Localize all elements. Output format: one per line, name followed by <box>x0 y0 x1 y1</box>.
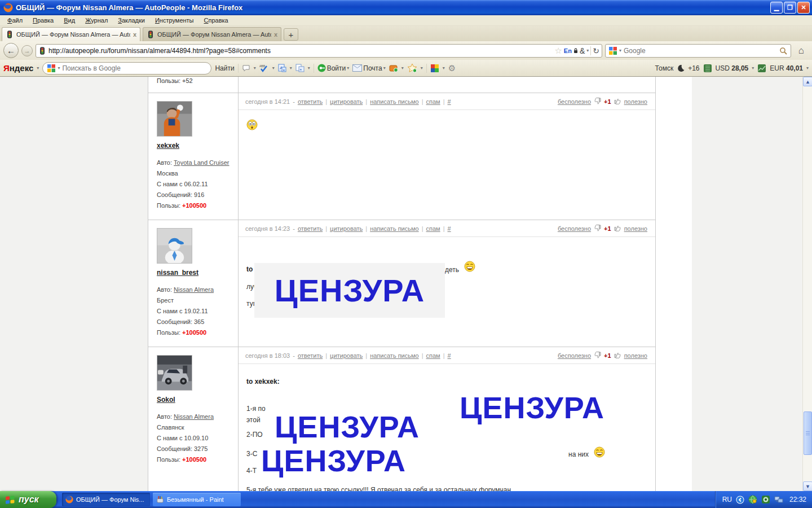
chevron-down-icon[interactable]: ▾ <box>806 65 809 71</box>
menu-edit[interactable]: Правка <box>28 16 59 25</box>
write-letter-link[interactable]: написать письмо <box>370 98 419 105</box>
minimize-button[interactable]: ▁ <box>770 2 783 14</box>
menu-tools[interactable]: Инструменты <box>150 16 199 25</box>
new-tab-button[interactable]: + <box>284 28 298 41</box>
reply-link[interactable]: ответить <box>298 225 323 232</box>
menu-bookmarks[interactable]: Закладки <box>113 16 150 25</box>
favorites-star-icon[interactable] <box>407 63 417 73</box>
avatar[interactable] <box>157 101 192 137</box>
tray-network-icon[interactable] <box>774 496 784 504</box>
thumb-down-icon[interactable] <box>594 225 601 232</box>
car-link[interactable]: Nissan Almera <box>174 413 214 420</box>
thumb-up-icon[interactable] <box>614 98 621 105</box>
username-link[interactable]: Sokol <box>157 396 175 404</box>
chevron-down-icon[interactable]: ▾ <box>421 65 423 71</box>
toolbar-search-input[interactable] <box>62 64 206 72</box>
task-paint[interactable]: Безымянный - Paint <box>153 493 241 506</box>
start-button[interactable]: пуск <box>0 491 56 508</box>
menu-help[interactable]: Справка <box>199 16 233 25</box>
spellcheck-icon[interactable]: ABB <box>259 64 269 73</box>
bookmark-star-icon[interactable]: ☆ <box>554 46 562 56</box>
web-search-box[interactable]: ▾ <box>605 44 791 58</box>
find-button[interactable]: Найти <box>215 64 234 72</box>
chevron-down-icon[interactable]: ▾ <box>443 65 445 71</box>
useful-link[interactable]: полезно <box>624 98 647 105</box>
palette-cube-icon[interactable] <box>430 64 439 73</box>
write-letter-link[interactable]: написать письмо <box>370 225 419 232</box>
collapse-chevron-icon[interactable] <box>736 496 744 504</box>
translate-icon[interactable]: Aя <box>278 64 286 72</box>
scroll-up-arrow[interactable]: ▲ <box>803 77 812 86</box>
task-firefox[interactable]: ОБЩИЙ — Форум Nis... <box>62 493 150 506</box>
menu-view[interactable]: Вид <box>59 16 80 25</box>
useful-link[interactable]: полезно <box>624 225 647 232</box>
tab-1[interactable]: ОБЩИЙ — Форум Nissan Almera — Auto... x <box>2 27 140 41</box>
car-link[interactable]: Nissan Almera <box>174 286 214 293</box>
tab-close-icon[interactable]: x <box>133 31 136 38</box>
login-button[interactable]: Войти▾ <box>317 64 350 72</box>
forward-button[interactable]: → <box>21 45 33 56</box>
useless-link[interactable]: бесполезно <box>558 352 591 359</box>
car-link[interactable]: Toyota Land Cruiser <box>174 159 229 166</box>
reload-icon[interactable]: ↻ <box>593 46 599 55</box>
quote-link[interactable]: цитировать <box>330 352 363 359</box>
accessibility-icon[interactable]: & <box>580 46 585 55</box>
chevron-down-icon[interactable]: ▾ <box>586 48 589 53</box>
thumb-up-icon[interactable] <box>614 225 621 232</box>
mail-button[interactable]: Почта▾ <box>352 64 385 72</box>
username-link[interactable]: xekxek <box>157 142 179 150</box>
language-indicator[interactable]: RU <box>722 496 732 503</box>
weather-city[interactable]: Томск <box>655 64 674 72</box>
thumb-down-icon[interactable] <box>594 98 601 105</box>
scrollbar-thumb[interactable] <box>804 411 812 455</box>
chevron-down-icon[interactable]: ▾ <box>58 65 60 71</box>
spam-link[interactable]: спам <box>426 98 440 105</box>
scroll-down-arrow[interactable]: ▼ <box>803 481 812 491</box>
yandex-logo[interactable]: Яндекс <box>3 63 33 73</box>
tray-globe-icon[interactable] <box>748 495 757 504</box>
settings-gear-icon[interactable]: ⚙ <box>448 63 456 73</box>
reply-link[interactable]: ответить <box>298 352 323 359</box>
toolbar-search-box[interactable]: ▾ <box>42 62 211 75</box>
close-button[interactable]: ✕ <box>797 2 810 14</box>
wallet-icon[interactable] <box>389 64 398 72</box>
menu-history[interactable]: Журнал <box>80 16 113 25</box>
eur-rate[interactable]: EUR 40,01 <box>770 64 803 72</box>
tab-close-icon[interactable]: x <box>274 31 277 38</box>
chevron-down-icon[interactable]: ▾ <box>401 65 404 71</box>
home-button[interactable]: ⌂ <box>794 43 809 58</box>
permalink-link[interactable]: # <box>448 352 451 359</box>
thumb-down-icon[interactable] <box>594 352 601 359</box>
chevron-down-icon[interactable]: ▾ <box>254 65 256 71</box>
reply-link[interactable]: ответить <box>298 98 323 105</box>
useless-link[interactable]: бесполезно <box>558 225 591 232</box>
thumb-up-icon[interactable] <box>614 352 621 359</box>
url-input[interactable] <box>48 47 552 55</box>
useless-link[interactable]: бесполезно <box>558 98 591 105</box>
useful-link[interactable]: полезно <box>624 352 647 359</box>
avatar[interactable] <box>157 228 192 264</box>
tab-2[interactable]: ОБЩИЙ — Форум Nissan Almera — Auto... x <box>143 27 281 41</box>
write-letter-link[interactable]: написать письмо <box>370 352 419 359</box>
restore-button[interactable]: ❐ <box>784 2 796 14</box>
spam-link[interactable]: спам <box>426 352 440 359</box>
comments-bubble-icon[interactable] <box>242 64 250 72</box>
quote-link[interactable]: цитировать <box>330 225 363 232</box>
chevron-down-icon[interactable]: ▾ <box>752 65 754 71</box>
chevron-down-icon[interactable]: ▾ <box>619 48 621 53</box>
username-link[interactable]: nissan_brest <box>157 269 198 277</box>
vertical-scrollbar[interactable]: ▲ ▼ <box>802 77 812 491</box>
web-search-input[interactable] <box>624 47 777 55</box>
back-button[interactable]: ← <box>3 43 19 58</box>
chevron-down-icon[interactable]: ▾ <box>308 65 310 71</box>
quote-link[interactable]: цитировать <box>330 98 363 105</box>
tray-antivirus-icon[interactable] <box>761 495 770 504</box>
chevron-down-icon[interactable]: ▾ <box>37 65 39 71</box>
chevron-down-icon[interactable]: ▾ <box>272 65 275 71</box>
spam-link[interactable]: спам <box>426 225 440 232</box>
permalink-link[interactable]: # <box>448 98 451 105</box>
clock[interactable]: 22:32 <box>789 496 806 503</box>
search-icon[interactable] <box>779 47 787 55</box>
chevron-down-icon[interactable]: ▾ <box>290 65 292 71</box>
avatar[interactable] <box>157 355 192 391</box>
